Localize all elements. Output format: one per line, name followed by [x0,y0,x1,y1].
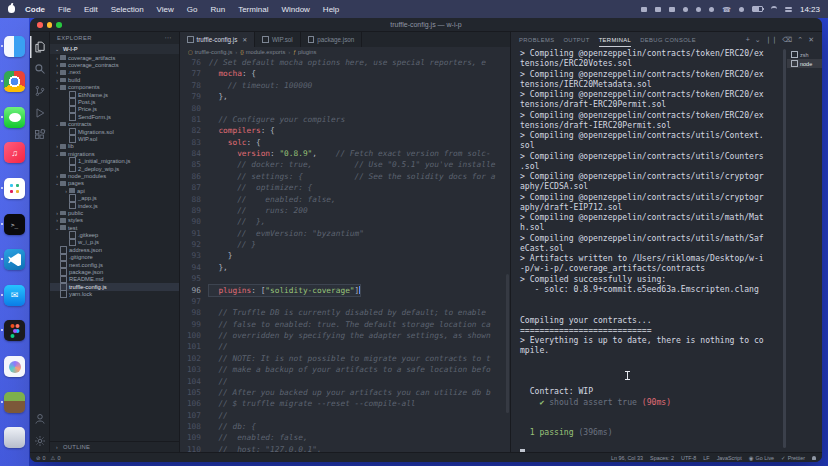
tree-item-api[interactable]: ›api [50,187,179,194]
search-icon[interactable] [30,58,49,80]
tree-item--next[interactable]: ›.next [50,69,179,76]
chevron-up-icon[interactable]: ⌃ [797,36,803,44]
tree-item-ethname-js[interactable]: EthName.js [50,91,179,98]
files-icon[interactable] [30,36,49,58]
menu-code[interactable]: Code [25,5,45,14]
tree-item-truffle-config-js[interactable]: truffle-config.js [50,283,179,290]
panel-tab-terminal[interactable]: TERMINAL [599,32,632,47]
tree-item-2-deploy-wip-js[interactable]: 2_deploy_wip.js [50,165,179,172]
terminal-output[interactable]: > Compiling @openzeppelin/contracts/toke… [511,47,783,452]
tree-item-package-json[interactable]: package.json [50,268,179,275]
tree-item-contracts[interactable]: ⌄contracts [50,121,179,128]
messages-icon[interactable] [4,107,25,128]
tree-item-migrations-sol[interactable]: Migrations.sol [50,128,179,135]
panel-tab-debug-console[interactable]: DEBUG CONSOLE [640,32,696,47]
menu-run[interactable]: Run [210,5,225,14]
tree-item--gitkeep[interactable]: .gitkeep [50,231,179,238]
menubar-clock[interactable]: 14:23 [800,5,820,14]
outline-section-header[interactable]: › OUTLINE [50,441,179,452]
editor-scrollbar[interactable] [506,274,509,412]
status-javascript[interactable]: JavaScript [717,455,742,461]
tree-item--app-js[interactable]: _app.js [50,194,179,201]
keyboard-icon[interactable] [669,7,675,12]
tree-item-next-config-js[interactable]: next.config.js [50,261,179,268]
tree-item-post-js[interactable]: Post.js [50,98,179,105]
status-ln-96-col-33[interactable]: Ln 96, Col 33 [611,455,643,461]
tree-item-pages[interactable]: ⌄pages [50,180,179,187]
vscode-icon[interactable] [4,249,25,270]
terminal-instance-node[interactable]: node [787,59,822,68]
terminal-icon[interactable]: >_ [4,214,25,235]
window-titlebar[interactable]: truffle-config.js — w-i-p [30,18,822,32]
phone-icon[interactable]: ☎ [722,7,731,12]
tree-item-build[interactable]: ›build [50,76,179,83]
slack-icon[interactable] [4,178,25,199]
trash-icon[interactable]: ⌫ [782,36,792,44]
panel-tab-problems[interactable]: PROBLEMS [519,32,554,47]
apple-menu-icon[interactable] [8,5,15,13]
run-debug-icon[interactable] [30,102,49,124]
tree-item-w-i-p-js[interactable]: w_i_p.js [50,239,179,246]
tab-truffle-config-js[interactable]: truffle-config.js✕ [180,32,255,47]
plus-icon[interactable]: + [746,36,750,43]
terminal-scrollbar[interactable] [783,47,787,452]
figma-icon[interactable] [4,320,25,341]
trash-icon[interactable] [4,427,25,448]
app-icon-2[interactable] [696,7,701,12]
paw-icon[interactable] [4,356,25,377]
status-utf-8[interactable]: UTF-8 [681,455,696,461]
battery-icon[interactable] [752,6,763,13]
tree-item-migrations[interactable]: ⌄migrations [50,150,179,157]
minecraft-icon[interactable] [4,392,25,413]
tree-item-node-modules[interactable]: ›node_modules [50,172,179,179]
tree-item-sendform-js[interactable]: SendForm.js [50,113,179,120]
breadcrumb-item-truffle-config-js[interactable]: ▢truffle-config.js [188,49,232,55]
tree-item-components[interactable]: ⌄components [50,84,179,91]
source-control-icon[interactable] [30,80,49,102]
tree-item-wip-sol[interactable]: WIP.sol [50,135,179,142]
menu-go[interactable]: Go [187,5,198,14]
finder-icon[interactable] [4,36,25,57]
terminal-instance-zsh[interactable]: zsh [787,50,822,59]
tree-item-yarn-lock[interactable]: yarn.lock [50,291,179,298]
panel-tab-output[interactable]: OUTPUT [563,32,589,47]
tree-item-price-js[interactable]: Price.js [50,106,179,113]
tree-item-styles[interactable]: ›styles [50,217,179,224]
tree-item-lib[interactable]: ›lib [50,143,179,150]
chat-icon[interactable] [641,7,647,12]
tree-item-coverage-artifacts[interactable]: ›coverage_artifacts [50,54,179,61]
menu-file[interactable]: File [58,5,71,14]
mail-icon[interactable]: ✉ [4,285,25,306]
tree-item-test[interactable]: ⌄test [50,224,179,231]
status-prettier[interactable]: ✓Prettier [781,455,805,461]
status-lf[interactable]: LF [703,455,709,461]
menu-selection[interactable]: Selection [111,5,144,14]
app-icon-3[interactable] [709,7,714,12]
menu-view[interactable]: View [157,5,174,14]
split-icon[interactable]: ❘❘ [766,36,778,44]
explorer-header[interactable]: EXPLORER ⋯ [50,32,179,44]
tree-item--gitignore[interactable]: .gitignore [50,254,179,261]
close-icon[interactable]: ✕ [808,36,814,44]
tree-item-address-json[interactable]: address.json [50,246,179,253]
video-icon[interactable] [655,7,661,12]
breadcrumb-item-plugins[interactable]: ƒplugins [293,49,316,55]
breadcrumb-item-module-exports[interactable]: {}module.exports [240,49,285,55]
chrome-icon[interactable] [4,71,25,92]
code-editor[interactable]: 76// Set default mocha options here, use… [180,57,510,452]
tree-item-index-js[interactable]: index.js [50,202,179,209]
menu-terminal[interactable]: Terminal [238,5,268,14]
menu-window[interactable]: Window [281,5,309,14]
tab-wip-sol[interactable]: WIP.sol [255,32,300,47]
tree-item-1-initial-migration-js[interactable]: 1_initial_migration.js [50,157,179,164]
tree-item-public[interactable]: ›public [50,209,179,216]
status-spaces-2[interactable]: Spaces: 2 [650,455,674,461]
control-center-icon[interactable] [785,7,792,12]
settings-gear-icon[interactable] [30,430,49,452]
wifi-icon[interactable] [771,6,777,12]
menu-edit[interactable]: Edit [84,5,98,14]
extensions-icon[interactable] [30,124,49,146]
close-tab-icon[interactable]: ✕ [242,36,247,43]
problems-status[interactable]: ⊘0 ⚠0 [36,455,60,461]
accounts-icon[interactable] [30,408,49,430]
